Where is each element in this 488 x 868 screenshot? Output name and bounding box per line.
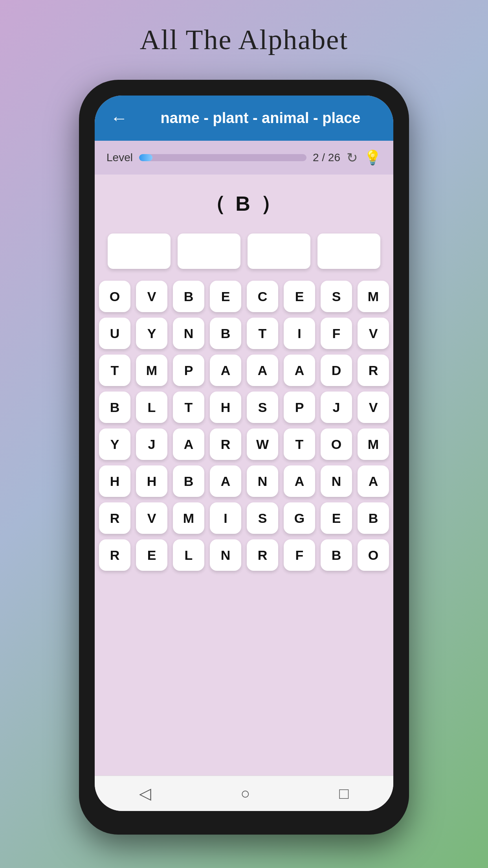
- letter-btn[interactable]: A: [210, 355, 241, 386]
- answer-box-4: [317, 234, 380, 269]
- letter-btn[interactable]: V: [358, 318, 389, 349]
- letter-btn[interactable]: A: [173, 428, 204, 460]
- letter-btn[interactable]: T: [99, 355, 130, 386]
- letter-btn[interactable]: N: [321, 465, 352, 497]
- letter-btn[interactable]: P: [284, 392, 315, 423]
- letter-btn[interactable]: I: [284, 318, 315, 349]
- letter-btn[interactable]: T: [173, 392, 204, 423]
- letter-btn[interactable]: A: [284, 465, 315, 497]
- letter-btn[interactable]: O: [321, 428, 352, 460]
- header-bar: ← name - plant - animal - place: [95, 96, 393, 141]
- letter-btn[interactable]: H: [99, 465, 130, 497]
- letter-btn[interactable]: R: [247, 539, 278, 571]
- letter-btn[interactable]: A: [358, 465, 389, 497]
- progress-bar-container: [139, 154, 306, 161]
- current-letter: （ B ）: [205, 190, 283, 218]
- letter-btn[interactable]: T: [284, 428, 315, 460]
- phone-screen: ← name - plant - animal - place Level 2 …: [95, 96, 393, 811]
- header-title: name - plant - animal - place: [139, 110, 382, 127]
- letter-btn[interactable]: R: [358, 355, 389, 386]
- letter-btn[interactable]: R: [210, 428, 241, 460]
- answer-box-1: [108, 234, 171, 269]
- letter-btn[interactable]: R: [99, 502, 130, 534]
- letter-btn[interactable]: M: [358, 428, 389, 460]
- letter-btn[interactable]: A: [284, 355, 315, 386]
- level-label: Level: [106, 151, 133, 164]
- letter-btn[interactable]: M: [173, 502, 204, 534]
- letter-btn[interactable]: M: [358, 281, 389, 312]
- letter-btn[interactable]: P: [173, 355, 204, 386]
- letter-btn[interactable]: Y: [136, 318, 167, 349]
- letter-btn[interactable]: J: [321, 392, 352, 423]
- letter-btn[interactable]: B: [358, 502, 389, 534]
- letter-btn[interactable]: O: [358, 539, 389, 571]
- refresh-button[interactable]: ↻: [347, 150, 358, 166]
- letter-btn[interactable]: C: [247, 281, 278, 312]
- letter-btn[interactable]: S: [247, 502, 278, 534]
- letter-btn[interactable]: B: [210, 318, 241, 349]
- letter-btn[interactable]: I: [210, 502, 241, 534]
- letter-btn[interactable]: S: [247, 392, 278, 423]
- nav-back-icon[interactable]: ◁: [139, 784, 151, 803]
- letter-btn[interactable]: R: [99, 539, 130, 571]
- letter-btn[interactable]: J: [136, 428, 167, 460]
- letter-btn[interactable]: H: [136, 465, 167, 497]
- letter-btn[interactable]: V: [358, 392, 389, 423]
- answer-box-2: [178, 234, 240, 269]
- letter-btn[interactable]: E: [321, 502, 352, 534]
- answer-box-3: [248, 234, 310, 269]
- letter-btn[interactable]: B: [173, 465, 204, 497]
- letter-btn[interactable]: B: [99, 392, 130, 423]
- letter-btn[interactable]: D: [321, 355, 352, 386]
- letter-btn[interactable]: B: [173, 281, 204, 312]
- nav-home-icon[interactable]: ○: [240, 784, 250, 803]
- letter-btn[interactable]: H: [210, 392, 241, 423]
- letter-btn[interactable]: A: [247, 355, 278, 386]
- level-area: Level 2 / 26 ↻ 💡: [95, 141, 393, 175]
- letter-btn[interactable]: Y: [99, 428, 130, 460]
- level-count: 2 / 26: [313, 151, 340, 164]
- letter-btn[interactable]: T: [247, 318, 278, 349]
- letter-btn[interactable]: L: [173, 539, 204, 571]
- letter-btn[interactable]: F: [284, 539, 315, 571]
- letter-btn[interactable]: G: [284, 502, 315, 534]
- letter-btn[interactable]: O: [99, 281, 130, 312]
- letter-grid: OVBECESMUYNBTIFVTMPAAADRBLTHSPJVYJARWTOM…: [99, 281, 389, 571]
- letter-btn[interactable]: B: [321, 539, 352, 571]
- letter-btn[interactable]: V: [136, 281, 167, 312]
- answer-boxes: [103, 234, 385, 269]
- letter-btn[interactable]: N: [210, 539, 241, 571]
- phone-frame: ← name - plant - animal - place Level 2 …: [79, 80, 409, 835]
- nav-recent-icon[interactable]: □: [339, 784, 349, 803]
- letter-btn[interactable]: E: [210, 281, 241, 312]
- letter-btn[interactable]: L: [136, 392, 167, 423]
- letter-btn[interactable]: V: [136, 502, 167, 534]
- game-content: （ B ） OVBECESMUYNBTIFVTMPAAADRBLTHSPJVYJ…: [95, 175, 393, 776]
- letter-btn[interactable]: M: [136, 355, 167, 386]
- letter-btn[interactable]: N: [247, 465, 278, 497]
- letter-btn[interactable]: N: [173, 318, 204, 349]
- letter-btn[interactable]: U: [99, 318, 130, 349]
- hint-button[interactable]: 💡: [364, 149, 382, 166]
- progress-bar-fill: [139, 154, 152, 161]
- letter-btn[interactable]: E: [136, 539, 167, 571]
- letter-btn[interactable]: S: [321, 281, 352, 312]
- nav-bar: ◁ ○ □: [95, 776, 393, 811]
- letter-btn[interactable]: A: [210, 465, 241, 497]
- letter-btn[interactable]: W: [247, 428, 278, 460]
- letter-btn[interactable]: E: [284, 281, 315, 312]
- letter-btn[interactable]: F: [321, 318, 352, 349]
- app-title: All The Alphabet: [140, 24, 349, 56]
- back-button[interactable]: ←: [106, 107, 132, 130]
